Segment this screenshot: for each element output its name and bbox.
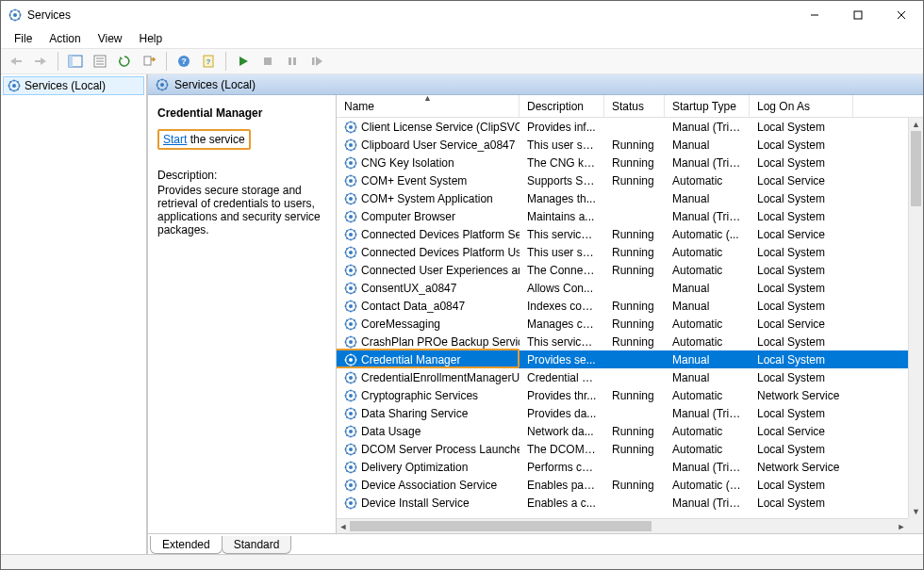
service-name: Connected Devices Platform Us... (361, 246, 520, 259)
scroll-down-button[interactable]: ▼ (909, 505, 923, 518)
column-name[interactable]: ▲ Name (337, 95, 520, 117)
menu-view[interactable]: View (91, 30, 130, 47)
service-status: Running (604, 228, 665, 241)
stop-service-button[interactable] (256, 50, 279, 73)
tab-standard[interactable]: Standard (222, 536, 292, 554)
start-service-button[interactable] (232, 50, 255, 73)
menubar: File Action View Help (1, 29, 923, 48)
column-status[interactable]: Status (604, 95, 665, 117)
console-tree[interactable]: Services (Local) (1, 74, 147, 554)
service-logon-as: Local System (750, 479, 853, 492)
service-row[interactable]: CNG Key IsolationThe CNG ke...RunningMan… (337, 154, 923, 171)
service-row[interactable]: Credential ManagerProvides se...ManualLo… (337, 350, 923, 368)
service-icon (344, 425, 357, 438)
service-row[interactable]: Computer BrowserMaintains a...Manual (Tr… (337, 207, 923, 225)
toolbar-separator (166, 52, 167, 71)
service-name: DCOM Server Process Launcher (361, 443, 520, 456)
service-startup-type: Manual (Trig... (665, 210, 750, 223)
service-row[interactable]: Contact Data_a0847Indexes con...RunningM… (337, 297, 923, 315)
service-row[interactable]: COM+ System ApplicationManages th...Manu… (337, 189, 923, 207)
nav-forward-button[interactable] (29, 50, 52, 73)
service-row[interactable]: Device Association ServiceEnables pair..… (337, 476, 923, 494)
service-name: Connected User Experiences an... (361, 264, 520, 277)
service-icon (344, 461, 357, 474)
close-button[interactable] (880, 1, 923, 29)
service-row[interactable]: Client License Service (ClipSVC)Provides… (337, 118, 923, 136)
service-row[interactable]: Data Sharing ServiceProvides da...Manual… (337, 404, 923, 422)
column-startup-type[interactable]: Startup Type (665, 95, 750, 117)
service-row[interactable]: Connected Devices Platform Se...This ser… (337, 225, 923, 243)
service-status: Running (604, 138, 665, 152)
nav-back-button[interactable] (5, 50, 27, 73)
tree-item-services-local[interactable]: Services (Local) (3, 76, 144, 95)
help-topics-button[interactable]: ? (197, 50, 220, 73)
svg-rect-34 (289, 57, 291, 65)
service-status: Running (604, 425, 665, 438)
service-row[interactable]: Delivery OptimizationPerforms co...Manua… (337, 458, 923, 476)
services-list[interactable]: ▲ Name Description Status Startup Type L… (337, 95, 923, 533)
service-row[interactable]: CredentialEnrollmentManagerU...Credentia… (337, 368, 923, 386)
service-logon-as: Local System (750, 497, 853, 510)
service-description: Credential E... (520, 371, 604, 384)
service-icon (344, 389, 357, 402)
column-log-on-as[interactable]: Log On As (750, 95, 853, 117)
refresh-button[interactable] (113, 50, 136, 73)
show-hide-tree-button[interactable] (64, 50, 87, 73)
service-row[interactable]: Connected User Experiences an...The Conn… (337, 261, 923, 279)
export-list-button[interactable] (138, 50, 160, 73)
status-bar (1, 554, 923, 569)
tab-extended[interactable]: Extended (150, 536, 223, 554)
services-icon (8, 79, 21, 92)
service-name: Clipboard User Service_a0847 (361, 138, 515, 152)
service-row[interactable]: Cryptographic ServicesProvides thr...Run… (337, 386, 923, 404)
view-tabs: Extended Standard (148, 533, 923, 554)
menu-help[interactable]: Help (132, 30, 171, 47)
service-startup-type: Manual (Trig... (665, 497, 750, 510)
help-button[interactable]: ? (173, 50, 195, 73)
service-logon-as: Local System (750, 210, 853, 223)
service-name: Device Association Service (361, 479, 497, 492)
service-description: Maintains a... (520, 210, 604, 223)
pause-service-button[interactable] (281, 50, 304, 73)
tree-item-label: Services (Local) (25, 79, 106, 92)
service-row[interactable]: CrashPlan PROe Backup ServiceThis servic… (337, 333, 923, 350)
service-icon (344, 300, 357, 313)
svg-text:?: ? (181, 57, 187, 66)
service-row[interactable]: Device Install ServiceEnables a c...Manu… (337, 494, 923, 512)
menu-file[interactable]: File (7, 30, 40, 47)
service-description: Allows Con... (520, 282, 604, 295)
svg-rect-36 (312, 57, 315, 65)
scroll-thumb[interactable] (911, 131, 921, 206)
scroll-up-button[interactable]: ▲ (909, 118, 923, 131)
service-row[interactable]: Connected Devices Platform Us...This use… (337, 243, 923, 261)
service-icon (344, 246, 357, 259)
service-icon (344, 282, 357, 295)
service-startup-type: Manual (Trig... (665, 121, 750, 134)
service-status: Running (604, 300, 665, 313)
start-service-link[interactable]: Start (163, 133, 187, 146)
service-name: CrashPlan PROe Backup Service (361, 335, 520, 349)
horizontal-scrollbar[interactable]: ◄ ► (337, 518, 908, 533)
service-row[interactable]: DCOM Server Process LauncherThe DCOML...… (337, 440, 923, 458)
restart-service-button[interactable] (305, 50, 328, 73)
service-row[interactable]: Data UsageNetwork da...RunningAutomaticL… (337, 422, 923, 440)
service-row[interactable]: ConsentUX_a0847Allows Con...ManualLocal … (337, 279, 923, 297)
service-startup-type: Automatic (665, 246, 750, 259)
service-startup-type: Manual (665, 300, 750, 313)
service-row[interactable]: CoreMessagingManages co...RunningAutomat… (337, 315, 923, 333)
properties-button[interactable] (89, 50, 111, 73)
service-row[interactable]: COM+ Event SystemSupports Sy...RunningAu… (337, 171, 923, 189)
service-startup-type: Manual (Trig... (665, 156, 750, 170)
service-row[interactable]: Clipboard User Service_a0847This user se… (337, 136, 923, 154)
svg-rect-21 (35, 60, 41, 62)
minimize-button[interactable] (793, 1, 836, 29)
maximize-button[interactable] (836, 1, 880, 29)
scroll-right-button[interactable]: ► (895, 519, 908, 533)
vertical-scrollbar[interactable]: ▲ ▼ (908, 118, 923, 518)
menu-action[interactable]: Action (41, 30, 88, 47)
scroll-left-button[interactable]: ◄ (337, 519, 350, 533)
service-icon (344, 479, 357, 492)
scroll-thumb[interactable] (350, 521, 652, 531)
service-startup-type: Automatic (665, 335, 750, 349)
column-description[interactable]: Description (520, 95, 604, 117)
